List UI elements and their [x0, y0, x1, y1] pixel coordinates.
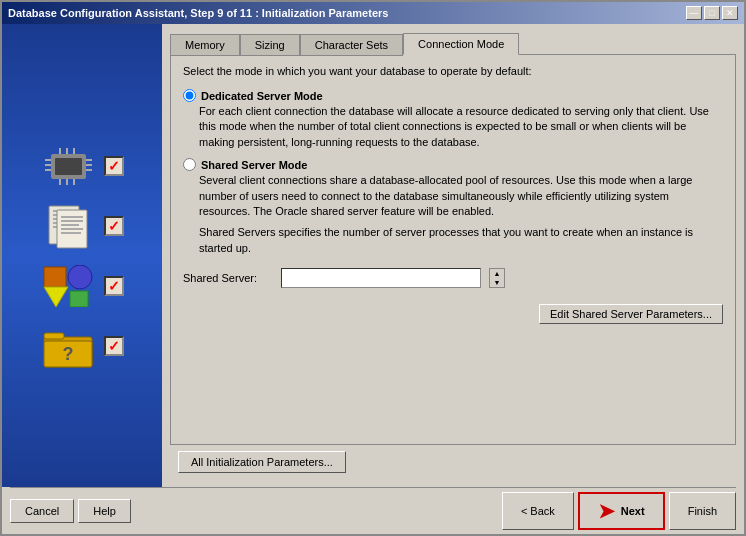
- svg-rect-24: [61, 228, 83, 230]
- close-button[interactable]: ✕: [722, 6, 738, 20]
- svg-rect-26: [44, 267, 66, 287]
- cancel-button[interactable]: Cancel: [10, 499, 74, 523]
- window-controls: — □ ✕: [686, 6, 738, 20]
- svg-rect-3: [45, 164, 51, 166]
- svg-rect-6: [86, 164, 92, 166]
- left-panel: ✓: [2, 24, 162, 487]
- shared-mode-label[interactable]: Shared Server Mode: [183, 158, 723, 171]
- radio-group: Dedicated Server Mode For each client co…: [183, 89, 723, 256]
- bottom-bar: All Initialization Parameters...: [170, 445, 736, 479]
- svg-rect-23: [61, 224, 79, 226]
- back-button[interactable]: < Back: [502, 492, 574, 530]
- svg-rect-29: [70, 291, 88, 307]
- shared-server-label: Shared Server:: [183, 272, 273, 284]
- mode-description: Select the mode in which you want your d…: [183, 65, 723, 77]
- step-1-row: ✓: [12, 143, 152, 188]
- edit-shared-server-params-button[interactable]: Edit Shared Server Parameters...: [539, 304, 723, 324]
- footer-left: Cancel Help: [10, 499, 131, 523]
- svg-rect-2: [45, 159, 51, 161]
- shared-mode-desc1: Several client connections share a datab…: [199, 173, 723, 219]
- svg-rect-5: [86, 159, 92, 161]
- svg-rect-25: [61, 232, 81, 234]
- svg-rect-13: [73, 179, 75, 185]
- maximize-button[interactable]: □: [704, 6, 720, 20]
- svg-rect-8: [59, 148, 61, 154]
- spinner-up-btn[interactable]: ▲: [490, 269, 504, 278]
- shared-server-row: Shared Server: ▲ ▼: [183, 268, 723, 288]
- dedicated-mode-desc: For each client connection the database …: [199, 104, 723, 150]
- footer: Cancel Help < Back ➤ Next Finish: [2, 488, 744, 534]
- tabs-container: Memory Sizing Character Sets Connection …: [170, 32, 736, 54]
- dedicated-mode-radio[interactable]: [183, 89, 196, 102]
- step-1-check: ✓: [104, 156, 124, 176]
- shared-mode-option: Shared Server Mode Several client connec…: [183, 158, 723, 256]
- main-window: Database Configuration Assistant, Step 9…: [0, 0, 746, 536]
- step-3-check: ✓: [104, 276, 124, 296]
- svg-rect-1: [55, 158, 82, 175]
- svg-rect-22: [61, 220, 83, 222]
- svg-text:?: ?: [63, 344, 74, 364]
- window-body: ✓: [2, 24, 744, 487]
- chip-icon: [41, 143, 96, 188]
- main-content-area: Memory Sizing Character Sets Connection …: [162, 24, 744, 487]
- step-4-row: ? ✓: [12, 323, 152, 368]
- files-icon: [41, 203, 96, 248]
- svg-rect-11: [59, 179, 61, 185]
- help-button[interactable]: Help: [78, 499, 131, 523]
- content-panel: Select the mode in which you want your d…: [170, 54, 736, 445]
- dedicated-mode-label[interactable]: Dedicated Server Mode: [183, 89, 723, 102]
- title-bar: Database Configuration Assistant, Step 9…: [2, 2, 744, 24]
- dedicated-mode-option: Dedicated Server Mode For each client co…: [183, 89, 723, 150]
- all-init-params-button[interactable]: All Initialization Parameters...: [178, 451, 346, 473]
- window-title: Database Configuration Assistant, Step 9…: [8, 7, 388, 19]
- step-3-row: ✓: [12, 263, 152, 308]
- folder-icon: ?: [41, 323, 96, 368]
- tab-character-sets[interactable]: Character Sets: [300, 34, 403, 56]
- footer-right: < Back ➤ Next Finish: [502, 492, 736, 530]
- shared-mode-desc2: Shared Servers specifies the number of s…: [199, 225, 723, 256]
- shared-server-input[interactable]: [281, 268, 481, 288]
- next-button[interactable]: ➤ Next: [578, 492, 665, 530]
- svg-point-27: [68, 265, 92, 289]
- svg-rect-21: [61, 216, 83, 218]
- svg-rect-7: [86, 169, 92, 171]
- next-arrow-icon: ➤: [598, 499, 615, 523]
- shapes-icon: [41, 263, 96, 308]
- shared-server-spinner[interactable]: ▲ ▼: [489, 268, 505, 288]
- tab-sizing[interactable]: Sizing: [240, 34, 300, 56]
- shared-mode-radio[interactable]: [183, 158, 196, 171]
- tab-connection-mode[interactable]: Connection Mode: [403, 33, 519, 55]
- spinner-down-btn[interactable]: ▼: [490, 278, 504, 287]
- step-2-check: ✓: [104, 216, 124, 236]
- svg-rect-4: [45, 169, 51, 171]
- svg-rect-31: [44, 333, 64, 339]
- finish-button[interactable]: Finish: [669, 492, 736, 530]
- minimize-button[interactable]: —: [686, 6, 702, 20]
- svg-rect-10: [73, 148, 75, 154]
- tab-memory[interactable]: Memory: [170, 34, 240, 56]
- step-2-row: ✓: [12, 203, 152, 248]
- svg-marker-28: [44, 287, 68, 307]
- step-4-check: ✓: [104, 336, 124, 356]
- svg-rect-9: [66, 148, 68, 154]
- svg-rect-12: [66, 179, 68, 185]
